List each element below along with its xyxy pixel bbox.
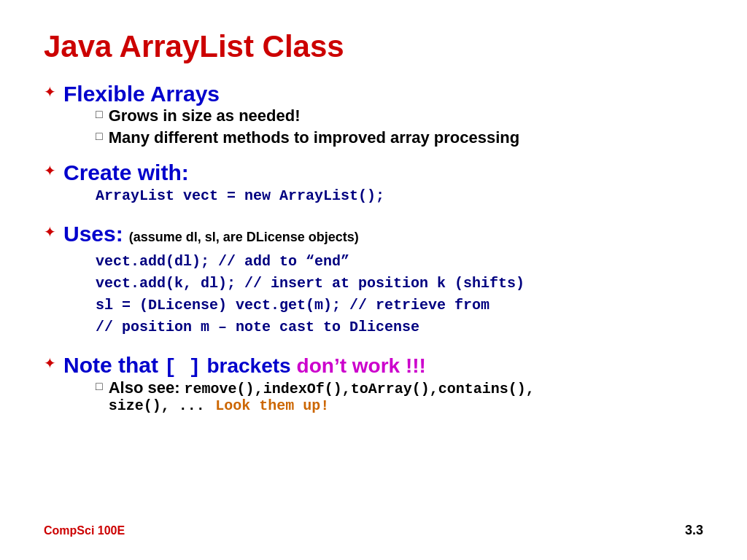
also-see-content: Also see: remove(),indexOf(),toArray(),c… xyxy=(109,378,535,414)
sub-item-1: □ Grows in size as needed! xyxy=(96,106,519,125)
uses-code: vect.add(dl); // add to “end” vect.add(k… xyxy=(96,251,525,338)
also-see-item: □ Also see: remove(),indexOf(),toArray()… xyxy=(96,378,535,414)
uses-header-line: Uses: (assume dl, sl, are DLicense objec… xyxy=(63,222,525,246)
bullet-create-with: ✦ Create with: ArrayList vect = new Arra… xyxy=(44,160,703,214)
footer-page: 3.3 xyxy=(685,523,703,538)
diamond-icon-4: ✦ xyxy=(44,354,56,372)
also-see-methods2: size(), ... xyxy=(109,397,205,414)
flexible-arrays-sublist: □ Grows in size as needed! □ Many differ… xyxy=(96,106,519,147)
checkbox-icon-2: □ xyxy=(96,130,103,143)
sub-item-2: □ Many different methods to improved arr… xyxy=(96,128,519,147)
sub-text-1: Grows in size as needed! xyxy=(109,106,301,125)
diamond-icon-1: ✦ xyxy=(44,83,56,101)
uses-code-line-3: sl = (DLicense) vect.get(m); // retrieve… xyxy=(96,295,525,316)
checkbox-icon-3: □ xyxy=(96,380,103,393)
also-see-line2: size(), ... Look them up! xyxy=(109,397,535,414)
diamond-icon-2: ✦ xyxy=(44,162,56,179)
footer: CompSci 100E 3.3 xyxy=(44,523,703,538)
dont-work-text: don’t work !!! xyxy=(297,354,426,378)
note-sublist: □ Also see: remove(),indexOf(),toArray()… xyxy=(96,378,535,414)
flexible-arrays-header: Flexible Arrays xyxy=(63,82,220,106)
create-with-header: Create with: xyxy=(63,160,189,184)
look-them-up: Look them up! xyxy=(215,397,329,414)
diamond-icon-3: ✦ xyxy=(44,223,56,241)
checkbox-icon-1: □ xyxy=(96,108,103,121)
footer-course: CompSci 100E xyxy=(44,524,125,537)
bullet-uses: ✦ Uses: (assume dl, sl, are DLicense obj… xyxy=(44,222,703,346)
brackets-symbol: [ ] xyxy=(164,356,201,378)
uses-code-line-4: // position m – note cast to Dlicense xyxy=(96,316,525,338)
uses-note: (assume dl, sl, are DLicense objects) xyxy=(129,230,359,245)
content: ✦ Flexible Arrays □ Grows in size as nee… xyxy=(44,82,703,420)
slide: Java ArrayList Class ✦ Flexible Arrays □… xyxy=(0,0,747,560)
sub-text-2: Many different methods to improved array… xyxy=(109,128,520,147)
bullet-flexible-arrays: ✦ Flexible Arrays □ Grows in size as nee… xyxy=(44,82,703,153)
create-code: ArrayList vect = new ArrayList(); xyxy=(96,185,384,207)
also-see-methods: remove(),indexOf(),toArray(),contains(), xyxy=(185,381,535,397)
slide-title: Java ArrayList Class xyxy=(44,29,703,64)
brackets-word: brackets xyxy=(206,354,290,378)
uses-code-line-1: vect.add(dl); // add to “end” xyxy=(96,251,525,273)
also-see-label: Also see: xyxy=(109,378,185,397)
uses-code-line-2: vect.add(k, dl); // insert at position k… xyxy=(96,273,525,295)
note-that-line: Note that [ ] brackets don’t work !!! xyxy=(63,353,535,378)
uses-label: Uses: xyxy=(63,222,123,246)
bullet-note-that: ✦ Note that [ ] brackets don’t work !!! … xyxy=(44,353,703,420)
note-that-label: Note that xyxy=(63,353,158,378)
